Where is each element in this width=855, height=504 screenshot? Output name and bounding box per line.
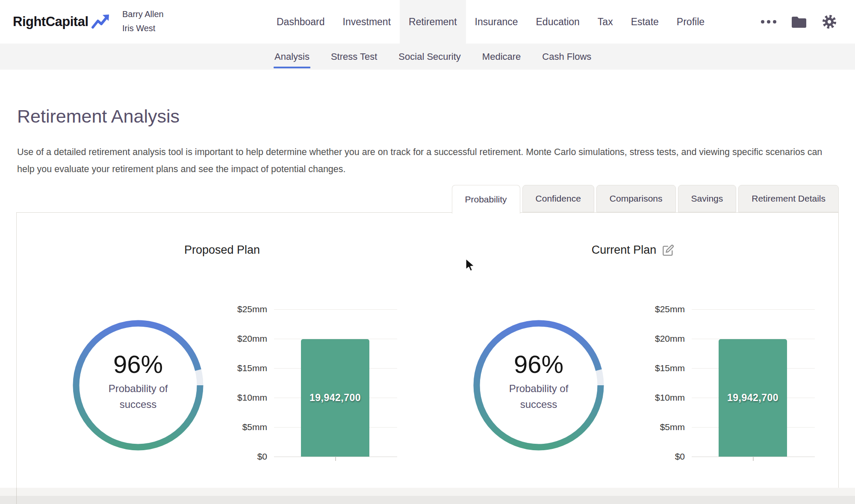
tab-probability[interactable]: Probability [452,185,520,214]
subnav-medicare[interactable]: Medicare [481,44,522,70]
ytick-label: $10mm [644,393,685,403]
probability-panel: Proposed Plan 96% Probability of succe [16,212,839,504]
gauge-caption: Probability of success [493,381,584,412]
retirement-subnav: Analysis Stress Test Social Security Med… [0,44,855,70]
client-name-secondary: Iris West [122,21,164,35]
client-names[interactable]: Barry Allen Iris West [122,7,164,35]
top-nav-bar: RightCapital Barry Allen Iris West Dashb… [0,0,855,44]
bar-value-label: 19,942,700 [727,392,778,404]
ending-assets-bar: 19,942,700 [301,339,369,457]
tab-retirement-details[interactable]: Retirement Details [738,185,839,212]
ytick-label: $15mm [226,363,267,373]
rightcapital-logo[interactable]: RightCapital [13,0,111,44]
proposed-plan-bar-chart: $25mm $20mm $15mm $10mm $5mm $0 19,942,7… [226,303,402,470]
nav-estate[interactable]: Estate [622,0,668,44]
bottom-strip-light [0,488,855,496]
gear-icon[interactable] [822,14,837,29]
ellipsis-icon[interactable] [761,20,776,23]
tab-confidence[interactable]: Confidence [522,185,594,212]
primary-nav: Dashboard Investment Retirement Insuranc… [268,0,713,44]
x-axis-tick [753,457,754,461]
ytick-label: $20mm [644,334,685,344]
subnav-social-security[interactable]: Social Security [398,44,462,70]
logo-arrow-icon [91,13,111,30]
panel-border-fragment [16,488,17,504]
nav-insurance[interactable]: Insurance [466,0,527,44]
ytick-label: $5mm [226,422,267,432]
ending-assets-bar: 19,942,700 [719,339,787,457]
ytick-label: $25mm [644,304,685,314]
proposed-plan-title: Proposed Plan [17,243,428,257]
ytick-label: $10mm [226,393,267,403]
logo-text: RightCapital [13,14,88,29]
nav-tax[interactable]: Tax [589,0,622,44]
subnav-cash-flows[interactable]: Cash Flows [541,44,592,70]
gauge-caption: Probability of success [93,381,183,412]
proposed-plan-gauge: 96% Probability of success [70,317,206,454]
subnav-analysis[interactable]: Analysis [274,44,310,70]
analysis-tabs: Probability Confidence Comparisons Savin… [16,185,839,212]
current-plan-bar-chart: $25mm $20mm $15mm $10mm $5mm $0 19,942,7… [644,303,820,470]
x-axis-tick [335,457,336,461]
bottom-strip-dark [0,496,855,504]
mouse-cursor [464,258,477,273]
retirement-analysis-screen: RightCapital Barry Allen Iris West Dashb… [0,0,855,504]
ytick-label: $20mm [226,334,267,344]
ytick-label: $15mm [644,363,685,373]
current-plan-gauge: 96% Probability of success [470,317,607,454]
subnav-stress-test[interactable]: Stress Test [330,44,378,70]
nav-education[interactable]: Education [527,0,589,44]
ytick-label: $0 [644,451,685,462]
nav-dashboard[interactable]: Dashboard [268,0,334,44]
ytick-label: $0 [226,451,267,462]
success-percent: 96% [113,352,163,377]
tab-savings[interactable]: Savings [678,185,737,212]
client-name-primary: Barry Allen [122,7,164,21]
proposed-plan-section: Proposed Plan 96% Probability of succe [17,213,428,504]
folder-icon[interactable] [792,16,806,28]
ytick-label: $5mm [644,422,685,432]
edit-icon[interactable] [662,244,674,256]
tab-comparisons[interactable]: Comparisons [596,185,676,212]
nav-retirement[interactable]: Retirement [400,0,466,44]
page-title: Retirement Analysis [17,106,180,127]
nav-profile[interactable]: Profile [668,0,713,44]
current-plan-title: Current Plan [428,243,838,257]
success-percent: 96% [514,352,563,377]
bar-value-label: 19,942,700 [310,392,361,404]
page-description: Use of a detailed retirement analysis to… [17,144,834,178]
nav-investment[interactable]: Investment [334,0,400,44]
ytick-label: $25mm [226,304,267,314]
nav-icon-group [761,0,837,44]
current-plan-section: Current Plan [428,213,838,504]
